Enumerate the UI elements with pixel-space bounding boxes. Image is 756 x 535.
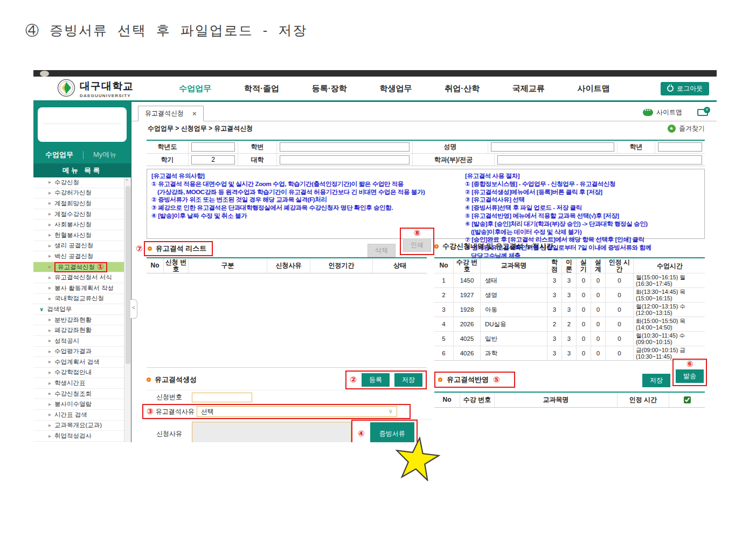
sidebar-menu-item[interactable]: 취업적성검사 — [33, 431, 124, 442]
university-name-kr: 대구대학교 — [80, 79, 134, 93]
close-all-tabs-icon[interactable] — [697, 109, 708, 116]
absence-apply-head: 유고결석반영 ⑤ 저장 ⑥ 발송 — [434, 372, 705, 388]
notice-line: (가상강좌, MOOC강좌 등 원격수업과 학습기간이 유고결석 허용기간보다 … — [151, 188, 463, 196]
nav-item[interactable]: 사이트맵 — [578, 84, 610, 94]
nav-item[interactable]: 수업업무 — [179, 84, 211, 94]
sidebar-menu-item[interactable]: 수강신청조회 — [33, 389, 124, 400]
sidebar-menu-item[interactable]: 봉사이수열람 — [33, 399, 124, 410]
sidebar-menu-item[interactable]: 수업계획서 검색 — [33, 357, 124, 368]
reason-type-label: 유고결석사유 — [154, 407, 197, 416]
register-button[interactable]: 등록 — [362, 373, 390, 387]
app-window: 대구대학교 DAEGUUNIVERSITY 수업업무학적·졸업등록·장학학생업무… — [33, 70, 717, 442]
send-button[interactable]: 발송 — [676, 369, 704, 383]
sidebar-menu-item[interactable]: 국내학점교류신청 — [33, 294, 124, 305]
grade-input[interactable] — [658, 142, 702, 152]
col-credit: 학 점 — [547, 258, 562, 273]
reason-label: 신청사유 — [147, 429, 192, 438]
enrollment-row[interactable]: 6 4026 과학 3 3 0 0 0 금(09:00~10:15) 금(10:… — [434, 346, 705, 361]
enrollment-row[interactable]: 1 1450 생태 3 3 0 0 0 월(15:00~16:15) 월(16:… — [434, 273, 705, 288]
col-course-no: 수강 번호 — [454, 258, 481, 273]
page-tab[interactable]: 유고결석신청 — [138, 106, 204, 121]
sidebar-menu-item[interactable]: 사회봉사신청 — [33, 220, 124, 230]
sitemap-link[interactable]: 사이트맵 — [643, 108, 682, 117]
favorite-button[interactable]: 즐겨찾기 — [668, 124, 705, 133]
enrollment-row[interactable]: 2 1927 생명 3 3 0 0 0 화(13:30~14:45) 목(15:… — [434, 288, 705, 303]
university-logo[interactable]: 대구대학교 DAEGUUNIVERSITY — [57, 79, 163, 99]
sidebar-menu-item[interactable]: 검색업무 — [33, 304, 124, 315]
college-input[interactable] — [280, 155, 410, 164]
nav-item[interactable]: 학생업무 — [379, 84, 412, 94]
enrollment-row[interactable]: 3 1928 아동 3 3 0 0 0 월(12:00~13:15) 수(12:… — [434, 303, 705, 317]
enrollment-row[interactable]: 4 2026 DU실용 2 2 0 0 0 화(15:00~15:50) 목(1… — [434, 317, 705, 332]
enrollment-body: 1 1450 생태 3 3 0 0 0 월(15:00~16:15) 월(16:… — [434, 273, 705, 361]
sidebar-menu-item[interactable]: 수강학점안내 — [33, 368, 124, 379]
name-input[interactable] — [491, 142, 614, 152]
notice-line: ([발송]이후에는 데이터 수정 및 삭제 불가) — [465, 228, 700, 236]
sidebar-menu-item[interactable]: 수업평가결과 — [33, 347, 124, 358]
sidebar-menu-item[interactable]: 시간표 검색 — [33, 410, 124, 421]
field-label-major: 학과(부)/전공 — [413, 154, 495, 166]
logout-button[interactable]: 로그아웃 — [661, 82, 709, 95]
notice-line: ① [종합정보시스템] - 수업업무 - 신청업무 - 유고결석신청 — [465, 180, 700, 188]
notice-cautions: [유고결석 유의사항] ① 유고결석 적용은 대면수업 및 실시간 Zoom 수… — [151, 172, 463, 236]
student-id-input[interactable] — [280, 142, 410, 152]
sidebar-menu-item[interactable]: 수강허가신청 — [33, 188, 124, 199]
apply-no-input[interactable] — [192, 393, 252, 402]
print-button[interactable]: 인쇄 — [403, 238, 431, 252]
notice-line: ⑥ [발송]후 [승인]처리 대기(학과(부)장 승인) -> 단과대학 행정실… — [465, 220, 700, 228]
sidebar-menu-item[interactable]: 성적공시 — [33, 336, 124, 347]
sidebar-menu-item[interactable]: 유고결석신청서 서식 — [33, 272, 124, 283]
col-recognized-time: 인정 시간 — [606, 258, 634, 273]
reason-type-select[interactable]: 선택 — [197, 406, 397, 417]
nav-item[interactable]: 국제교류 — [512, 84, 545, 94]
section-bullet-icon — [438, 378, 442, 382]
sidebar-menu-item[interactable]: 봉사 활동계획서 작성 — [33, 283, 124, 294]
select-all-checkbox[interactable] — [684, 396, 691, 403]
sidebar-menu-item[interactable]: 계절희망신청 — [33, 198, 124, 209]
reason-input[interactable] — [192, 422, 351, 442]
major-input[interactable] — [497, 155, 702, 164]
sitemap-label: 사이트맵 — [656, 108, 682, 117]
sidebar-menu-item[interactable]: 학생시간표 — [33, 378, 124, 389]
sidebar-menu-item[interactable]: 백신 공결신청 — [33, 251, 124, 262]
col-recognized-time: 인정 시간 — [618, 393, 669, 407]
sidebar-tab-my[interactable]: My메뉴 — [93, 150, 116, 160]
site-header: 대구대학교 DAEGUUNIVERSITY 수업업무학적·졸업등록·장학학생업무… — [33, 77, 717, 100]
col-reason: 신청사유 — [267, 258, 310, 273]
enrollment-row[interactable]: 5 4025 일반 3 3 0 0 0 월(10:30~11:45) 수(09:… — [434, 332, 705, 346]
sidebar-menu-item[interactable]: 유고결석신청 ① — [33, 262, 124, 273]
sidebar-collapse-handle[interactable] — [130, 299, 137, 319]
logout-label: 로그아웃 — [677, 84, 703, 93]
scrollbar-thumb[interactable] — [126, 186, 130, 364]
delete-button[interactable]: 삭제 — [367, 244, 396, 257]
nav-item[interactable]: 학적·졸업 — [244, 84, 279, 94]
absence-create-title: 유고결석생성 — [155, 375, 197, 385]
favorite-star-icon — [668, 125, 676, 133]
sidebar-menu-item[interactable]: 분반강좌현황 — [33, 315, 124, 326]
sidebar: 수업업무 My메뉴 메뉴 목록 수강신청 수강허가신청 계절희 — [33, 102, 131, 442]
power-icon — [667, 85, 674, 92]
sidebar-menu-item[interactable]: 생리 공결신청 — [33, 241, 124, 252]
sidebar-menu-item[interactable]: 교과목개요(교과) — [33, 421, 124, 431]
sidebar-menu-item[interactable]: 수강신청 — [33, 177, 124, 188]
sidebar-menu-item[interactable]: 헌혈봉사신청 — [33, 230, 124, 241]
divider — [147, 367, 427, 368]
year-input[interactable] — [191, 142, 235, 152]
highlight-star — [394, 437, 440, 481]
absence-apply-header: No 수강 번호 교과목명 인정 시간 — [434, 393, 705, 408]
field-label-student-id: 학번 — [238, 141, 277, 153]
sidebar-menu-item[interactable]: 계절수강신청 — [33, 209, 124, 220]
create-save-button[interactable]: 저장 — [394, 373, 422, 387]
nav-item[interactable]: 취업·산학 — [445, 84, 480, 94]
absence-apply-table: No 수강 번호 교과목명 인정 시간 — [434, 392, 705, 408]
send-annotation-frame: ⑥ 발송 — [672, 359, 707, 386]
col-type: 구분 — [189, 258, 267, 273]
sidebar-tab-main[interactable]: 수업업무 — [45, 150, 73, 160]
semester-input[interactable] — [191, 155, 235, 164]
sidebar-menu-item[interactable]: 폐강강좌현황 — [33, 325, 124, 336]
student-info-row: 학기 대학 학과(부)/전공 — [147, 153, 705, 166]
nav-item[interactable]: 등록·장학 — [312, 84, 347, 94]
tab-close-icon[interactable] — [192, 109, 197, 118]
apply-save-button[interactable]: 저장 — [642, 374, 670, 387]
annotation-1: ① — [97, 263, 104, 271]
